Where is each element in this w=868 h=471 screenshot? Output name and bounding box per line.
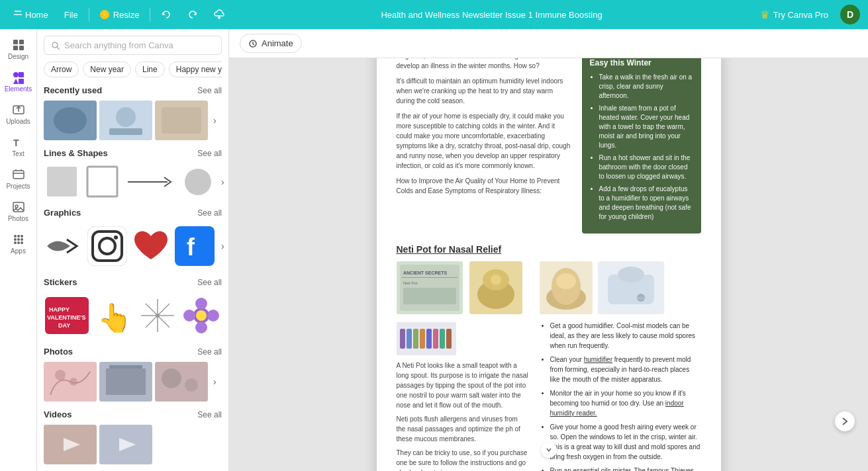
- file-button[interactable]: File: [59, 7, 83, 22]
- scroll-down-button[interactable]: [541, 442, 557, 458]
- neti-product-box[interactable]: ANCIENT SECRETSNeti Pot: [397, 261, 463, 314]
- lines-shapes-see-all[interactable]: See all: [197, 149, 222, 158]
- tag-happy-new-year[interactable]: Happy new ye...: [169, 62, 222, 77]
- search-bar: [44, 36, 222, 55]
- videos-see-all[interactable]: See all: [197, 410, 222, 419]
- neti-body-1: A Neti Pot looks like a small teapot wit…: [397, 361, 529, 410]
- sidebar-item-text[interactable]: T Text: [2, 132, 35, 161]
- svg-point-101: [618, 267, 644, 282]
- scroll-right-handle[interactable]: [835, 411, 855, 431]
- video-item-2[interactable]: [99, 425, 152, 464]
- recently-used-see-all[interactable]: See all: [197, 86, 222, 95]
- neti-images: ANCIENT SECRETSNeti Pot: [397, 261, 529, 314]
- sidebar-item-uploads[interactable]: Uploads: [2, 99, 35, 129]
- sticker-hand[interactable]: 👆: [94, 292, 134, 339]
- tag-line[interactable]: Line: [135, 62, 165, 77]
- animate-button[interactable]: Animate: [240, 34, 302, 53]
- graphic-facebook[interactable]: f: [175, 223, 215, 269]
- sidebar-item-projects[interactable]: Projects: [2, 164, 35, 194]
- elements-panel: Arrow New year Line Happy new ye... › Re…: [37, 29, 229, 471]
- cloud-save-button[interactable]: [209, 7, 230, 22]
- stickers-row: HAPPYVALENTINE'SDAY 👆 ›: [44, 292, 222, 339]
- svg-point-30: [54, 107, 87, 134]
- graphics-see-all[interactable]: See all: [197, 208, 222, 218]
- bullet-item-2: Clean your humidifier frequently to prev…: [550, 355, 701, 384]
- undo-button[interactable]: [156, 7, 177, 22]
- home-button[interactable]: Home: [8, 7, 54, 22]
- svg-rect-12: [13, 171, 24, 179]
- photos-title: Photos: [44, 347, 73, 357]
- photos-next[interactable]: ›: [211, 374, 219, 390]
- stickers-header: Stickers See all: [44, 277, 222, 287]
- svg-point-19: [17, 235, 20, 237]
- svg-point-5: [13, 72, 19, 77]
- main-layout: Design Elements Uploads T Text Projects …: [0, 29, 868, 471]
- sticker-sparkle[interactable]: [138, 292, 177, 339]
- tag-arrow[interactable]: Arrow: [44, 62, 79, 77]
- svg-line-28: [57, 47, 60, 50]
- graphic-heart[interactable]: [131, 223, 171, 269]
- svg-point-85: [491, 275, 501, 285]
- photos-see-all[interactable]: See all: [197, 347, 222, 357]
- svg-text:Neti Pot: Neti Pot: [403, 281, 418, 285]
- neti-right-col: pūre Get a good humidifier. Cool-mist mo…: [540, 261, 701, 472]
- svg-rect-37: [87, 167, 117, 196]
- sidebar-bullet-1: Take a walk in the fresh air on a crisp,…: [599, 73, 693, 101]
- article-left: Air quality definitely contributes to th…: [397, 58, 571, 234]
- svg-rect-94: [446, 329, 452, 349]
- user-avatar[interactable]: D: [840, 5, 860, 24]
- recently-used-item-3[interactable]: [155, 101, 208, 140]
- sidebar-item-design[interactable]: Design: [2, 34, 35, 64]
- recently-used-item-2[interactable]: [99, 101, 152, 140]
- try-canva-button[interactable]: ♛ Try Canva Pro: [753, 6, 835, 24]
- photo-item-2[interactable]: [99, 362, 152, 402]
- tag-new-year[interactable]: New year: [83, 62, 131, 77]
- graphic-instagram[interactable]: [87, 223, 127, 269]
- videos-title: Videos: [44, 409, 72, 419]
- article-body-1: Air quality definitely contributes to th…: [397, 58, 571, 71]
- shape-circle[interactable]: [181, 165, 215, 198]
- sidebar-item-apps[interactable]: Apps: [2, 229, 35, 259]
- svg-rect-81: [403, 288, 456, 304]
- shape-square-1[interactable]: [44, 163, 80, 200]
- article-sidebar: Other Ways to Breathe Easy this Winter T…: [582, 58, 701, 234]
- svg-point-59: [183, 310, 195, 321]
- search-input[interactable]: [64, 40, 215, 50]
- svg-point-61: [196, 310, 207, 321]
- photo-item-3[interactable]: [155, 362, 208, 402]
- redo-button[interactable]: [182, 7, 203, 22]
- shape-arrow-line[interactable]: [124, 172, 177, 192]
- animate-icon: [248, 39, 258, 48]
- graphic-arrow[interactable]: [44, 223, 83, 269]
- sticker-valentines[interactable]: HAPPYVALENTINE'SDAY: [44, 292, 90, 339]
- essential-oils-image[interactable]: [397, 322, 456, 355]
- svg-rect-1: [13, 40, 18, 44]
- canvas-content[interactable]: Clear the Air of Cold and Flu Air qualit…: [229, 58, 868, 471]
- document-page: Clear the Air of Cold and Flu Air qualit…: [377, 58, 721, 471]
- shapes-next[interactable]: ›: [218, 174, 227, 190]
- stickers-see-all[interactable]: See all: [197, 278, 222, 287]
- neti-pot-image[interactable]: [469, 261, 522, 314]
- article-body-4: How to Improve the Air Quality of Your H…: [397, 176, 571, 196]
- humidifier-image-1[interactable]: [540, 261, 593, 314]
- resize-button[interactable]: ⚡ Resize: [95, 7, 145, 22]
- svg-rect-3: [13, 46, 18, 50]
- video-item-1[interactable]: [44, 425, 97, 464]
- sticker-purple-flower[interactable]: [181, 292, 221, 339]
- tag-chips: Arrow New year Line Happy new ye... ›: [44, 62, 222, 77]
- toolbar-divider-2: [150, 8, 150, 21]
- svg-rect-93: [440, 329, 445, 349]
- sidebar-item-photos[interactable]: Photos: [2, 196, 35, 226]
- svg-rect-44: [175, 226, 215, 266]
- svg-point-25: [17, 241, 20, 244]
- svg-rect-91: [426, 329, 432, 349]
- humidifier-image-2[interactable]: pūre: [598, 261, 664, 314]
- sidebar-item-elements[interactable]: Elements: [2, 67, 35, 97]
- svg-point-63: [55, 370, 66, 380]
- photo-item-1[interactable]: [44, 362, 97, 402]
- shape-square-2[interactable]: [84, 163, 121, 200]
- graphics-next[interactable]: ›: [218, 238, 227, 254]
- svg-text:T: T: [13, 138, 19, 148]
- recently-used-next[interactable]: ›: [211, 112, 219, 128]
- recently-used-item-1[interactable]: [44, 101, 97, 140]
